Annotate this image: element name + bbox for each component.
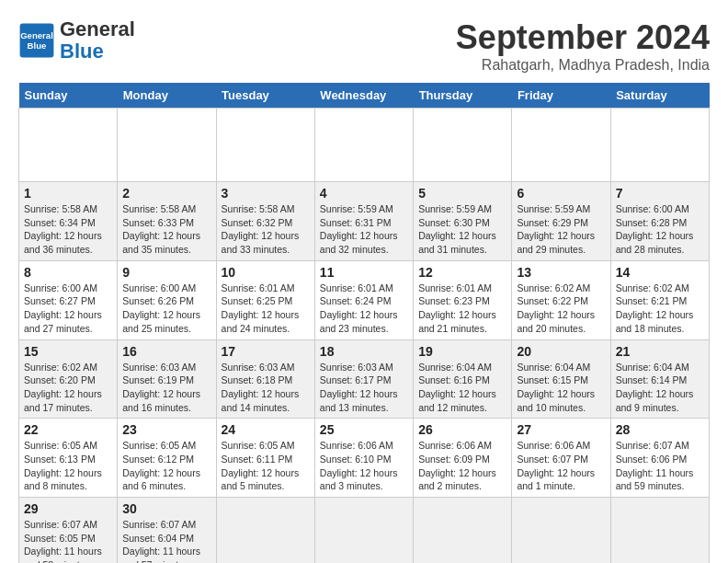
- calendar-cell: 5Sunrise: 5:59 AMSunset: 6:30 PMDaylight…: [414, 182, 512, 261]
- day-number: 15: [24, 344, 112, 359]
- calendar-cell: 24Sunrise: 6:05 AMSunset: 6:11 PMDayligh…: [216, 419, 314, 498]
- day-number: 5: [418, 186, 506, 201]
- calendar-cell: 3Sunrise: 5:58 AMSunset: 6:32 PMDaylight…: [216, 182, 314, 261]
- week-row-2: 8Sunrise: 6:00 AMSunset: 6:27 PMDaylight…: [19, 260, 710, 339]
- calendar-cell: [314, 109, 413, 182]
- svg-text:General: General: [20, 30, 53, 40]
- day-info: Sunrise: 6:02 AMSunset: 6:22 PMDaylight:…: [517, 282, 605, 336]
- day-number: 18: [320, 344, 408, 359]
- calendar-cell: [610, 498, 709, 564]
- day-header-friday: Friday: [512, 83, 610, 109]
- day-info: Sunrise: 6:00 AMSunset: 6:27 PMDaylight:…: [24, 282, 112, 336]
- day-number: 26: [418, 422, 506, 437]
- week-row-0: [19, 109, 710, 182]
- day-info: Sunrise: 6:07 AMSunset: 6:04 PMDaylight:…: [122, 518, 210, 563]
- day-info: Sunrise: 6:00 AMSunset: 6:28 PMDaylight:…: [616, 202, 704, 257]
- calendar-cell: [118, 109, 216, 182]
- calendar-cell: 22Sunrise: 6:05 AMSunset: 6:13 PMDayligh…: [19, 419, 118, 498]
- calendar-body: 1Sunrise: 5:58 AMSunset: 6:34 PMDaylight…: [19, 109, 710, 564]
- calendar-cell: 15Sunrise: 6:02 AMSunset: 6:20 PMDayligh…: [19, 339, 118, 419]
- calendar-cell: [610, 109, 709, 182]
- day-header-sunday: Sunday: [19, 83, 118, 109]
- day-number: 8: [24, 265, 112, 280]
- location: Rahatgarh, Madhya Pradesh, India: [456, 57, 710, 74]
- day-info: Sunrise: 5:58 AMSunset: 6:33 PMDaylight:…: [122, 202, 210, 257]
- calendar-cell: [314, 498, 413, 564]
- week-row-5: 29Sunrise: 6:07 AMSunset: 6:05 PMDayligh…: [19, 498, 710, 564]
- day-header-wednesday: Wednesday: [314, 83, 413, 109]
- calendar-cell: 4Sunrise: 5:59 AMSunset: 6:31 PMDaylight…: [314, 182, 413, 261]
- calendar-cell: [19, 109, 118, 182]
- svg-text:Blue: Blue: [28, 40, 47, 51]
- calendar-cell: 19Sunrise: 6:04 AMSunset: 6:16 PMDayligh…: [414, 339, 512, 419]
- day-number: 19: [418, 344, 506, 359]
- calendar-cell: [414, 109, 512, 182]
- day-info: Sunrise: 5:58 AMSunset: 6:32 PMDaylight:…: [222, 202, 310, 257]
- calendar-cell: 21Sunrise: 6:04 AMSunset: 6:14 PMDayligh…: [610, 339, 709, 419]
- calendar-cell: 6Sunrise: 5:59 AMSunset: 6:29 PMDaylight…: [512, 182, 610, 261]
- day-info: Sunrise: 5:59 AMSunset: 6:30 PMDaylight:…: [418, 202, 506, 257]
- day-header-tuesday: Tuesday: [216, 83, 314, 109]
- day-info: Sunrise: 6:00 AMSunset: 6:26 PMDaylight:…: [122, 282, 210, 336]
- calendar-cell: 30Sunrise: 6:07 AMSunset: 6:04 PMDayligh…: [118, 498, 216, 564]
- calendar-cell: 13Sunrise: 6:02 AMSunset: 6:22 PMDayligh…: [512, 260, 610, 339]
- week-row-4: 22Sunrise: 6:05 AMSunset: 6:13 PMDayligh…: [19, 419, 710, 498]
- day-number: 22: [24, 422, 112, 437]
- week-row-3: 15Sunrise: 6:02 AMSunset: 6:20 PMDayligh…: [19, 339, 710, 419]
- day-number: 27: [517, 422, 605, 437]
- day-number: 23: [122, 422, 210, 437]
- day-info: Sunrise: 6:05 AMSunset: 6:12 PMDaylight:…: [122, 439, 210, 493]
- calendar-cell: 26Sunrise: 6:06 AMSunset: 6:09 PMDayligh…: [414, 419, 512, 498]
- day-info: Sunrise: 6:03 AMSunset: 6:19 PMDaylight:…: [122, 361, 210, 415]
- calendar-cell: 14Sunrise: 6:02 AMSunset: 6:21 PMDayligh…: [610, 260, 709, 339]
- day-info: Sunrise: 5:59 AMSunset: 6:29 PMDaylight:…: [517, 202, 605, 257]
- day-info: Sunrise: 6:02 AMSunset: 6:21 PMDaylight:…: [616, 282, 704, 336]
- day-info: Sunrise: 6:05 AMSunset: 6:11 PMDaylight:…: [222, 439, 310, 493]
- calendar-cell: 23Sunrise: 6:05 AMSunset: 6:12 PMDayligh…: [118, 419, 216, 498]
- day-number: 3: [222, 186, 310, 201]
- calendar-cell: [414, 498, 512, 564]
- day-info: Sunrise: 6:01 AMSunset: 6:24 PMDaylight:…: [320, 282, 408, 336]
- calendar-cell: [512, 498, 610, 564]
- day-number: 25: [320, 422, 408, 437]
- day-number: 12: [418, 265, 506, 280]
- calendar-cell: 18Sunrise: 6:03 AMSunset: 6:17 PMDayligh…: [314, 339, 413, 419]
- day-number: 24: [222, 422, 310, 437]
- calendar-cell: [512, 109, 610, 182]
- day-number: 7: [616, 186, 704, 201]
- day-info: Sunrise: 5:59 AMSunset: 6:31 PMDaylight:…: [320, 202, 408, 257]
- day-number: 29: [24, 501, 112, 516]
- logo: General Blue General Blue: [18, 18, 135, 63]
- calendar-cell: 1Sunrise: 5:58 AMSunset: 6:34 PMDaylight…: [19, 182, 118, 261]
- title-area: September 2024 Rahatgarh, Madhya Pradesh…: [456, 18, 710, 74]
- week-row-1: 1Sunrise: 5:58 AMSunset: 6:34 PMDaylight…: [19, 182, 710, 261]
- day-number: 20: [517, 344, 605, 359]
- day-info: Sunrise: 6:07 AMSunset: 6:06 PMDaylight:…: [616, 439, 704, 493]
- day-info: Sunrise: 6:04 AMSunset: 6:16 PMDaylight:…: [418, 361, 506, 415]
- calendar-table: SundayMondayTuesdayWednesdayThursdayFrid…: [18, 83, 710, 563]
- calendar-cell: 20Sunrise: 6:04 AMSunset: 6:15 PMDayligh…: [512, 339, 610, 419]
- calendar-cell: 2Sunrise: 5:58 AMSunset: 6:33 PMDaylight…: [118, 182, 216, 261]
- calendar-cell: 17Sunrise: 6:03 AMSunset: 6:18 PMDayligh…: [216, 339, 314, 419]
- day-number: 2: [122, 186, 210, 201]
- calendar-cell: 27Sunrise: 6:06 AMSunset: 6:07 PMDayligh…: [512, 419, 610, 498]
- day-header-monday: Monday: [118, 83, 216, 109]
- day-info: Sunrise: 6:06 AMSunset: 6:07 PMDaylight:…: [517, 439, 605, 493]
- day-info: Sunrise: 6:04 AMSunset: 6:15 PMDaylight:…: [517, 361, 605, 415]
- calendar-cell: [216, 498, 314, 564]
- day-info: Sunrise: 6:03 AMSunset: 6:17 PMDaylight:…: [320, 361, 408, 415]
- calendar-cell: 25Sunrise: 6:06 AMSunset: 6:10 PMDayligh…: [314, 419, 413, 498]
- day-number: 16: [122, 344, 210, 359]
- day-info: Sunrise: 6:07 AMSunset: 6:05 PMDaylight:…: [24, 518, 112, 563]
- day-number: 21: [616, 344, 704, 359]
- day-number: 10: [222, 265, 310, 280]
- day-info: Sunrise: 6:05 AMSunset: 6:13 PMDaylight:…: [24, 439, 112, 493]
- calendar-cell: 9Sunrise: 6:00 AMSunset: 6:26 PMDaylight…: [118, 260, 216, 339]
- calendar-cell: 11Sunrise: 6:01 AMSunset: 6:24 PMDayligh…: [314, 260, 413, 339]
- day-info: Sunrise: 6:03 AMSunset: 6:18 PMDaylight:…: [222, 361, 310, 415]
- day-header-saturday: Saturday: [610, 83, 709, 109]
- page-header: General Blue General Blue September 2024…: [18, 18, 710, 74]
- day-number: 11: [320, 265, 408, 280]
- day-number: 14: [616, 265, 704, 280]
- day-number: 13: [517, 265, 605, 280]
